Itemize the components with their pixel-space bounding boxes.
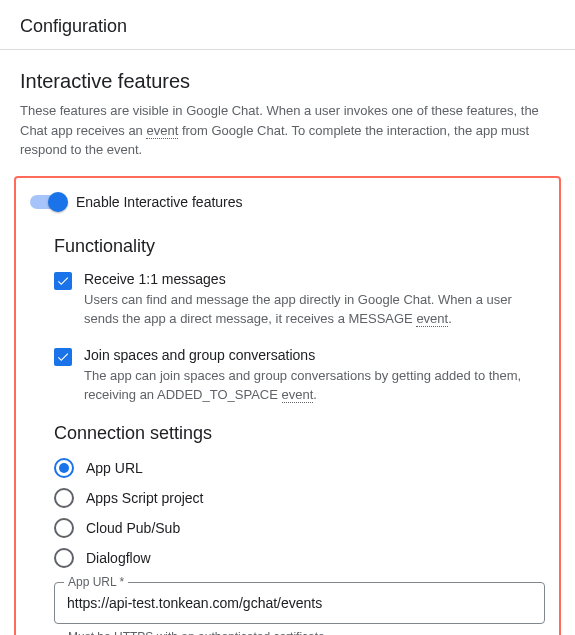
radio-apps-script[interactable]: Apps Script project bbox=[54, 488, 545, 508]
checkbox-row-receive-messages: Receive 1:1 messages Users can find and … bbox=[54, 271, 545, 329]
radio-app-url[interactable]: App URL bbox=[54, 458, 545, 478]
radio-icon bbox=[54, 488, 74, 508]
app-url-floating-label: App URL * bbox=[64, 575, 128, 589]
checkmark-icon bbox=[56, 274, 70, 288]
radio-cloud-pubsub[interactable]: Cloud Pub/Sub bbox=[54, 518, 545, 538]
checkbox-label: Join spaces and group conversations bbox=[84, 347, 545, 363]
section-description: These features are visible in Google Cha… bbox=[20, 101, 555, 160]
functionality-section: Functionality Receive 1:1 messages Users… bbox=[30, 236, 545, 636]
connection-settings-title: Connection settings bbox=[54, 423, 545, 444]
app-url-input-wrapper: App URL * bbox=[54, 582, 545, 624]
radio-label: Dialogflow bbox=[86, 550, 151, 566]
highlighted-panel: Enable Interactive features Functionalit… bbox=[14, 176, 561, 636]
checkbox-label: Receive 1:1 messages bbox=[84, 271, 545, 287]
app-url-helper-text: Must be HTTPS with an authenticated cert… bbox=[54, 630, 545, 636]
event-link[interactable]: event bbox=[282, 387, 314, 403]
content-area: Interactive features These features are … bbox=[0, 50, 575, 635]
checkbox-description: Users can find and message the app direc… bbox=[84, 290, 545, 329]
checkmark-icon bbox=[56, 350, 70, 364]
radio-icon bbox=[54, 518, 74, 538]
checkbox-description: The app can join spaces and group conver… bbox=[84, 366, 545, 405]
radio-icon bbox=[54, 458, 74, 478]
checkbox-row-join-spaces: Join spaces and group conversations The … bbox=[54, 347, 545, 405]
page-title: Configuration bbox=[20, 16, 127, 36]
checkbox-join-spaces[interactable] bbox=[54, 348, 72, 366]
radio-label: Apps Script project bbox=[86, 490, 204, 506]
event-link[interactable]: event bbox=[146, 123, 178, 139]
event-link[interactable]: event bbox=[416, 311, 448, 327]
checkbox-receive-messages[interactable] bbox=[54, 272, 72, 290]
enable-interactive-label: Enable Interactive features bbox=[76, 194, 243, 210]
functionality-title: Functionality bbox=[54, 236, 545, 257]
radio-label: App URL bbox=[86, 460, 143, 476]
page-header: Configuration bbox=[0, 0, 575, 50]
radio-icon bbox=[54, 548, 74, 568]
section-title: Interactive features bbox=[20, 70, 555, 93]
enable-interactive-toggle-row: Enable Interactive features bbox=[30, 194, 545, 210]
radio-dialogflow[interactable]: Dialogflow bbox=[54, 548, 545, 568]
enable-interactive-toggle[interactable] bbox=[30, 195, 66, 209]
radio-label: Cloud Pub/Sub bbox=[86, 520, 180, 536]
toggle-thumb-icon bbox=[48, 192, 68, 212]
